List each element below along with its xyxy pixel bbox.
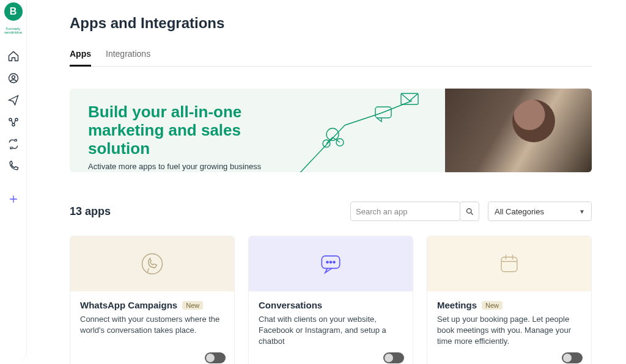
search-input[interactable]: Search an app [350,202,460,221]
svg-point-14 [330,261,332,263]
category-select-label: All Categories [495,207,544,216]
nav-add[interactable] [7,193,20,205]
chat-icon [317,250,344,277]
sidebar: B Formerly sendinblue [0,0,27,364]
nav-phone[interactable] [7,160,20,172]
category-select[interactable]: All Categories ▼ [488,202,592,221]
home-icon [7,50,20,62]
tab-integrations[interactable]: Integrations [106,45,150,66]
network-icon [290,89,449,172]
repeat-icon [7,138,20,150]
apps-count: 13 apps [70,205,111,218]
nav-transactional[interactable] [7,138,20,150]
app-toggle[interactable] [383,352,404,363]
send-icon [7,94,20,106]
card-desc: Chat with clients on your website, Faceb… [259,314,403,348]
tabs: Apps Integrations [70,45,592,67]
whatsapp-icon [139,250,166,277]
nav-home[interactable] [7,50,20,62]
app-toggle[interactable] [205,352,226,363]
card-title: WhatsApp Campaigns [80,300,177,310]
user-circle-icon [7,72,20,84]
nodes-icon [7,116,20,128]
svg-rect-16 [501,257,517,272]
svg-point-10 [466,208,471,213]
svg-point-15 [333,261,335,263]
banner-subtitle: Activate more apps to fuel your growing … [88,162,290,171]
card-title: Meetings [437,300,477,310]
nav-campaigns[interactable] [7,94,20,106]
card-desc: Set up your booking page. Let people boo… [437,314,581,348]
brand-logo[interactable]: B [4,2,23,21]
search-button[interactable] [460,202,479,221]
phone-icon [7,160,20,172]
card-title: Conversations [259,300,322,310]
new-badge: New [182,301,203,310]
card-desc: Connect with your customers where the wo… [80,314,224,336]
svg-point-13 [326,261,328,263]
app-card-whatsapp[interactable]: WhatsApp Campaigns New Connect with your… [70,236,235,364]
app-cards: WhatsApp Campaigns New Connect with your… [70,236,592,364]
brand-subtext: Formerly sendinblue [0,27,26,34]
banner-title: Build your all-in-one marketing and sale… [88,103,290,158]
new-badge: New [482,301,503,310]
search-icon [465,207,474,216]
svg-point-11 [142,254,163,274]
search-placeholder: Search an app [356,207,408,216]
page-title: Apps and Integrations [70,15,592,32]
calendar-icon [496,250,523,277]
main-content: Apps and Integrations Apps Integrations … [27,0,626,364]
plus-icon [7,193,20,205]
chevron-down-icon: ▼ [579,208,585,215]
apps-controls: 13 apps Search an app All Categories ▼ [70,202,592,221]
banner-photo [445,89,592,172]
hero-banner: Build your all-in-one marketing and sale… [70,89,592,172]
svg-point-1 [12,76,15,79]
nav-contacts[interactable] [7,72,20,84]
app-toggle[interactable] [562,352,583,363]
app-card-conversations[interactable]: Conversations Chat with clients on your … [248,236,413,364]
app-card-meetings[interactable]: Meetings New Set up your booking page. L… [427,236,592,364]
nav-automations[interactable] [7,116,20,128]
tab-apps[interactable]: Apps [70,45,91,67]
